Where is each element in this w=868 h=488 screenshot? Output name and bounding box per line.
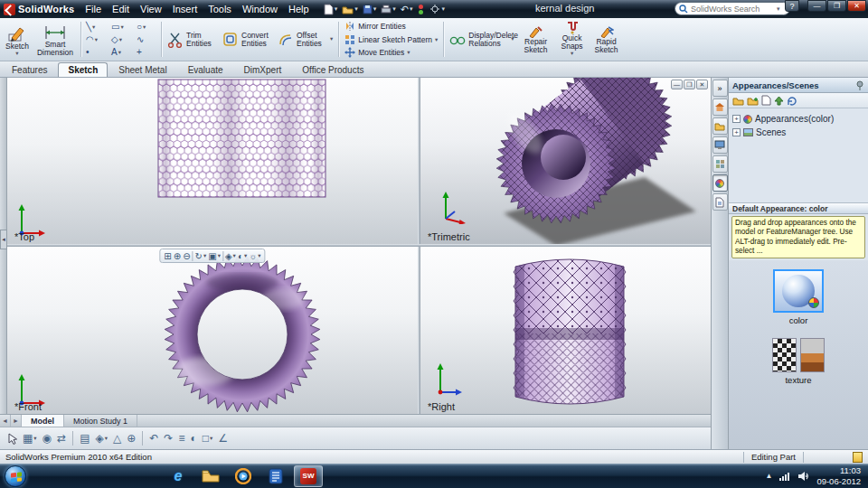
tab-dimxpert[interactable]: DimXpert bbox=[234, 62, 292, 77]
zoom-out-icon[interactable]: ⊖ bbox=[183, 251, 190, 261]
options-icon[interactable]: ▾ bbox=[428, 3, 447, 15]
zoom-fit-icon[interactable]: ⊞ bbox=[164, 251, 171, 261]
angle-icon[interactable]: ∠ bbox=[216, 431, 230, 446]
custom-properties-icon[interactable] bbox=[712, 193, 728, 211]
viewport-close-button[interactable]: ✕ bbox=[696, 80, 708, 89]
solidworks-icon[interactable]: SW bbox=[294, 465, 323, 487]
tab-evaluate[interactable]: Evaluate bbox=[178, 62, 233, 77]
appearance-icon[interactable]: ☼▾ bbox=[249, 251, 260, 261]
polygon-tool[interactable]: ◇▾ bbox=[109, 33, 133, 46]
new-icon[interactable]: ▾ bbox=[322, 3, 340, 16]
refresh-icon[interactable] bbox=[787, 96, 797, 106]
viewport-top[interactable]: *Top bbox=[7, 78, 418, 244]
save-icon[interactable]: ▾ bbox=[361, 4, 379, 15]
tags-icon[interactable] bbox=[853, 452, 863, 463]
tab-scroll-right-icon[interactable]: ► bbox=[11, 415, 22, 427]
quick-snaps-button[interactable]: Quick Snaps ▾ bbox=[555, 20, 590, 59]
menu-tools[interactable]: Tools bbox=[203, 2, 237, 16]
viewport-front[interactable]: ⊞ ⊕ ⊖ ↻▾ ▣▾ ◈▾ ◐▾ ☼▾ bbox=[7, 247, 418, 414]
tree-item-scenes[interactable]: + Scenes bbox=[731, 126, 866, 139]
diamond-icon[interactable]: ◈▾ bbox=[94, 431, 110, 446]
move-entities-button[interactable]: Move Entities ▾ bbox=[342, 46, 440, 59]
tree-item-appearances[interactable]: + Appearances(color) bbox=[731, 112, 866, 126]
tab-features[interactable]: Features bbox=[2, 62, 57, 77]
box-icon[interactable]: □▾ bbox=[201, 431, 215, 446]
swap-icon[interactable]: ⇄ bbox=[55, 431, 68, 446]
point-tool[interactable]: • bbox=[84, 46, 108, 59]
display-delete-relations-button[interactable]: Display/Delete Relations ▾ bbox=[447, 20, 516, 59]
undo-icon[interactable]: ↶▾ bbox=[399, 3, 415, 16]
motion-study-tab[interactable]: Motion Study 1 bbox=[64, 415, 137, 427]
checker-texture-thumbnail[interactable] bbox=[772, 338, 797, 372]
maximize-button[interactable]: ❐ bbox=[827, 0, 846, 12]
hidden-icons-chevron[interactable]: ▲ bbox=[765, 472, 772, 480]
linear-sketch-pattern-button[interactable]: Linear Sketch Pattern ▾ bbox=[342, 33, 440, 46]
trim-entities-button[interactable]: Trim Entities bbox=[165, 20, 220, 59]
expander-icon[interactable]: + bbox=[732, 128, 741, 136]
help-button[interactable]: ? bbox=[785, 0, 799, 12]
file-explorer-icon[interactable] bbox=[712, 136, 728, 154]
tab-office-products[interactable]: Office Products bbox=[292, 62, 373, 77]
contrast-icon[interactable]: ◐ bbox=[188, 431, 198, 446]
minimize-button[interactable]: — bbox=[807, 0, 826, 12]
convert-entities-button[interactable]: Convert Entities bbox=[220, 20, 275, 59]
repair-sketch-button[interactable]: Repair Sketch bbox=[517, 20, 555, 59]
close-button[interactable]: ✕ bbox=[847, 0, 866, 12]
menu-insert[interactable]: Insert bbox=[167, 2, 203, 16]
add-folder-icon[interactable] bbox=[747, 96, 759, 106]
centerline-tool[interactable]: + bbox=[135, 46, 158, 59]
design-library-icon[interactable] bbox=[712, 117, 728, 135]
volume-icon[interactable] bbox=[797, 471, 810, 482]
tab-scroll-left-icon[interactable]: ◄ bbox=[0, 415, 11, 427]
rust-texture-thumbnail[interactable] bbox=[800, 338, 825, 372]
mirror-entities-button[interactable]: Mirror Entities bbox=[342, 20, 440, 33]
text-tool[interactable]: A▾ bbox=[109, 46, 133, 59]
add-icon[interactable]: ⊕ bbox=[125, 431, 137, 446]
tab-sketch[interactable]: Sketch bbox=[58, 62, 108, 77]
media-player-icon[interactable] bbox=[229, 465, 258, 487]
menu-view[interactable]: View bbox=[135, 2, 167, 16]
viewport-right[interactable]: *Right bbox=[420, 247, 711, 414]
circle-tool[interactable]: ○▾ bbox=[135, 21, 158, 33]
pin-icon[interactable] bbox=[855, 80, 864, 90]
hide-show-icon[interactable]: ◐▾ bbox=[238, 251, 247, 261]
internet-explorer-icon[interactable]: e bbox=[164, 465, 193, 487]
up-level-icon[interactable] bbox=[774, 96, 784, 106]
previous-view-icon[interactable]: ↻▾ bbox=[195, 251, 207, 261]
model-tab[interactable]: Model bbox=[22, 415, 64, 427]
standard-views-icon[interactable]: ▣▾ bbox=[208, 251, 221, 261]
print-icon[interactable]: ▾ bbox=[379, 4, 398, 15]
collapse-icon[interactable]: » bbox=[712, 80, 728, 97]
menu-file[interactable]: File bbox=[80, 2, 107, 16]
menu-window[interactable]: Window bbox=[237, 2, 283, 16]
grid-icon[interactable]: ▦▾ bbox=[21, 431, 39, 446]
horizontal-splitter[interactable] bbox=[7, 244, 711, 247]
viewport-trimetric[interactable]: — ❐ ✕ *Trimetric bbox=[420, 78, 711, 244]
expander-icon[interactable]: + bbox=[732, 115, 741, 123]
sketch-button[interactable]: Sketch ▾ bbox=[2, 20, 33, 59]
open-folder-icon[interactable] bbox=[732, 96, 744, 106]
spline-tool[interactable]: ∿ bbox=[135, 33, 158, 46]
smart-dimension-button[interactable]: Smart Dimension bbox=[33, 20, 78, 59]
search-box[interactable]: ▾ bbox=[675, 2, 790, 15]
search-input[interactable] bbox=[691, 5, 774, 14]
rebuild-icon[interactable] bbox=[415, 3, 427, 16]
color-appearance-thumbnail[interactable] bbox=[773, 269, 824, 313]
viewport-restore-button[interactable]: ❐ bbox=[684, 80, 695, 89]
folder-icon[interactable] bbox=[196, 465, 225, 487]
zoom-in-icon[interactable]: ⊕ bbox=[174, 251, 181, 261]
appearances-icon[interactable] bbox=[712, 174, 728, 192]
redo-icon[interactable]: ↷ bbox=[162, 431, 175, 446]
save-file-icon[interactable] bbox=[761, 95, 771, 106]
circle-icon[interactable]: ◉ bbox=[41, 431, 53, 446]
network-icon[interactable] bbox=[778, 471, 791, 482]
viewport-minimize-button[interactable]: — bbox=[671, 80, 683, 89]
open-icon[interactable]: ▾ bbox=[340, 4, 360, 15]
rectangle-tool[interactable]: ▭▾ bbox=[109, 21, 133, 33]
resources-icon[interactable] bbox=[712, 99, 728, 116]
clock[interactable]: 11:03 09-06-2012 bbox=[816, 465, 861, 486]
line-tool[interactable]: ╲▾ bbox=[84, 21, 108, 33]
triangle-icon[interactable]: △ bbox=[111, 431, 123, 446]
undo-icon[interactable]: ↶ bbox=[147, 431, 160, 446]
select-icon[interactable] bbox=[5, 432, 19, 446]
